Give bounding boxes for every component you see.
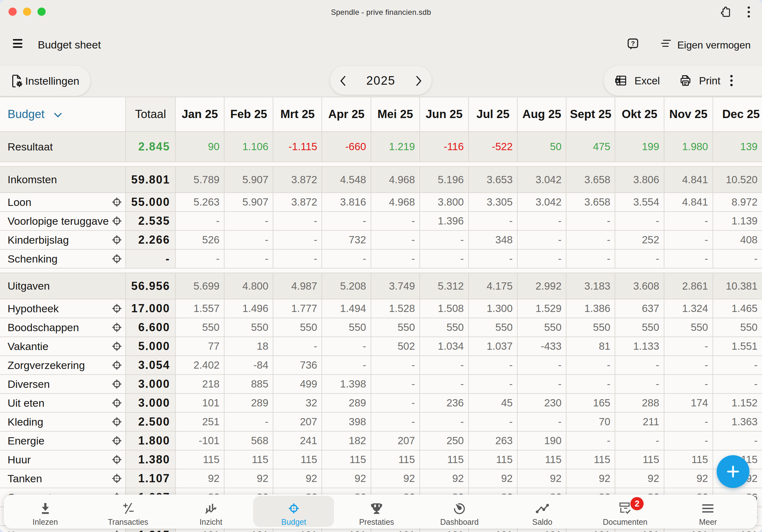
svg-text:?: ?: [631, 40, 635, 47]
svg-text:x: x: [616, 78, 619, 83]
